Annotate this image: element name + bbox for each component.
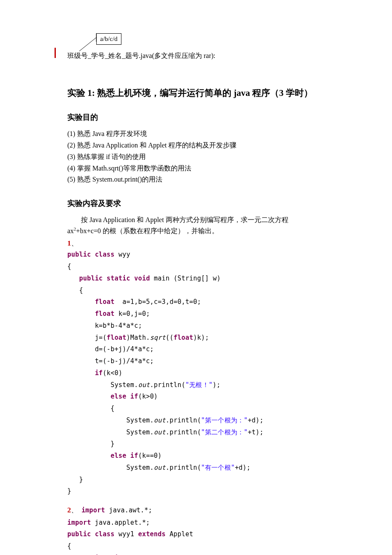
code-block-1: public class wyy { public static void ma… [67, 249, 326, 497]
section-content-title: 实验内容及要求 [67, 198, 326, 210]
callout-box: a/b/c/d [96, 33, 121, 45]
objective-item: (3) 熟练掌握 if 语句的使用 [67, 152, 326, 162]
experiment-title: 实验 1: 熟悉上机环境，编写并运行简单的 java 程序（3 学时） [67, 86, 326, 100]
objective-item: (5) 熟悉 System.out.print()的用法 [67, 174, 326, 185]
revision-mark [55, 48, 56, 58]
objectives-list: (1) 熟悉 Java 程序开发环境 (2) 熟悉 Java Applicati… [67, 129, 326, 185]
code-block-1-header: 1、 [67, 238, 326, 249]
objective-item: (1) 熟悉 Java 程序开发环境 [67, 129, 326, 139]
content-description: 按 Java Application 和 Applet 两种方式分别编写程序，求… [67, 215, 326, 237]
section-objectives-title: 实验目的 [67, 112, 326, 124]
objective-item: (4) 掌握 Math.sqrt()等常用数学函数的用法 [67, 163, 326, 174]
objective-item: (2) 熟悉 Java Application 和 Applet 程序的结构及开… [67, 140, 326, 151]
callout-diagram: a/b/c/d [67, 33, 326, 55]
callout-connector [79, 33, 96, 51]
code-block-2: 2、 import java.awt.*; import java.applet… [67, 503, 326, 555]
svg-line-0 [79, 38, 96, 51]
